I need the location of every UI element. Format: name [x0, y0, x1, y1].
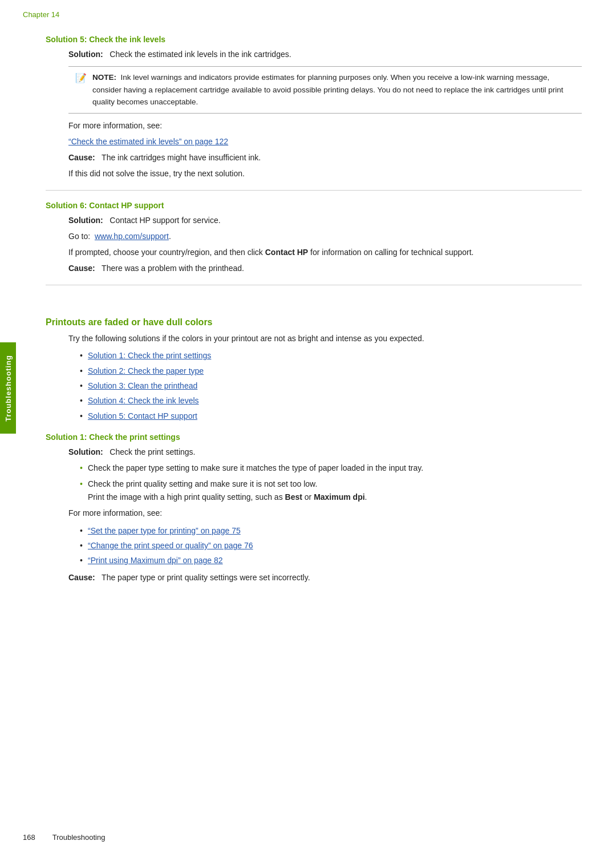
solution1-bullet-list: Check the paper type setting to make sur… [80, 462, 582, 503]
note-label: NOTE: [92, 73, 116, 82]
solution6-prompted: If prompted, choose your country/region,… [68, 246, 582, 258]
printouts-link-list: Solution 1: Check the print settings Sol… [80, 349, 582, 422]
solution6-line: Solution: Contact HP support for service… [68, 215, 582, 227]
or-text: or [305, 492, 311, 502]
list-item: “Set the paper type for printing” on pag… [80, 524, 582, 537]
solution6-label: Solution: [68, 216, 103, 225]
list-item: “Change the print speed or quality” on p… [80, 539, 582, 552]
solution5-faded-link[interactable]: Solution 5: Contact HP support [88, 411, 197, 421]
solution1-faded-text: Check the print settings. [110, 447, 195, 456]
solution5-heading: Solution 5: Check the ink levels [46, 35, 582, 44]
printouts-heading: Printouts are faded or have dull colors [46, 317, 582, 328]
list-item: Solution 5: Contact HP support [80, 410, 582, 422]
for-more-info-5: For more information, see: [68, 119, 582, 132]
solution6-cause: Cause: There was a problem with the prin… [68, 262, 582, 274]
solution6-goto: Go to: www.hp.com/support. [68, 230, 582, 242]
solution6-cause-label: Cause: [68, 264, 95, 273]
solution5-cause-label: Cause: [68, 153, 95, 162]
print-max-dpi-link[interactable]: “Print using Maximum dpi” on page 82 [88, 556, 223, 565]
solution1-faded-cause: Cause: The paper type or print quality s… [68, 572, 582, 584]
for-more-info-1: For more information, see: [68, 507, 582, 519]
list-item: Solution 1: Check the print settings [80, 349, 582, 362]
solution1-cause-text: The paper type or print quality settings… [102, 573, 310, 582]
sidebar: Troubleshooting [0, 342, 16, 434]
list-item: Check the print quality setting and make… [80, 478, 582, 503]
solution5-link[interactable]: “Check the estimated ink levels” on page… [68, 135, 582, 148]
solution5-next: If this did not solve the issue, try the… [68, 167, 582, 180]
list-item: Check the paper type setting to make sur… [80, 462, 582, 474]
footer-page: 168 [23, 833, 35, 842]
list-item: Solution 3: Clean the printhead [80, 379, 582, 392]
note-icon: 📝 [75, 72, 87, 83]
solution6-prompted-text: If prompted, choose your country/region,… [68, 248, 263, 257]
contact-hp-bold: Contact HP [265, 248, 308, 257]
max-dpi-bold: Maximum dpi [314, 492, 364, 502]
list-item: Solution 4: Check the ink levels [80, 394, 582, 407]
solution4-link[interactable]: Solution 4: Check the ink levels [88, 396, 199, 405]
sidebar-label: Troubleshooting [4, 355, 13, 422]
solution6-goto-text: Go to: [68, 232, 90, 241]
info-link-list: “Set the paper type for printing” on pag… [80, 524, 582, 567]
hp-support-link[interactable]: www.hp.com/support [95, 232, 169, 241]
solution5-cause: Cause: The ink cartridges might have ins… [68, 152, 582, 164]
solution3-link[interactable]: Solution 3: Clean the printhead [88, 381, 197, 390]
solution2-link[interactable]: Solution 2: Check the paper type [88, 366, 204, 375]
note-content: NOTE: Ink level warnings and indicators … [92, 71, 575, 108]
solution6-cause-text: There was a problem with the printhead. [102, 264, 244, 273]
divider-2 [46, 285, 582, 285]
list-item: “Print using Maximum dpi” on page 82 [80, 554, 582, 567]
divider-1 [46, 190, 582, 191]
set-paper-type-link[interactable]: “Set the paper type for printing” on pag… [88, 526, 241, 535]
period: . [365, 492, 367, 502]
solution1-faded-line: Solution: Check the print settings. [68, 446, 582, 458]
change-print-speed-link[interactable]: “Change the print speed or quality” on p… [88, 541, 253, 550]
solution5-label: Solution: [68, 50, 103, 59]
footer-section: Troubleshooting [52, 833, 106, 842]
bullet-2-text: Check the print quality setting and make… [88, 479, 317, 488]
note-text: Ink level warnings and indicators provid… [92, 73, 564, 106]
solution1-faded-heading: Solution 1: Check the print settings [46, 432, 582, 442]
solution6-heading: Solution 6: Contact HP support [46, 201, 582, 210]
printouts-intro: Try the following solutions if the color… [68, 332, 582, 345]
solution1-cause-label: Cause: [68, 573, 95, 582]
note-box: 📝 NOTE: Ink level warnings and indicator… [68, 66, 582, 114]
chapter-label: Chapter 14 [0, 0, 616, 19]
solution5-line: Solution: Check the estimated ink levels… [68, 48, 582, 60]
solution6-text: Contact HP support for service. [110, 216, 220, 225]
footer: 168 Troubleshooting [23, 833, 105, 842]
solution5-cause-text: The ink cartridges might have insufficie… [102, 153, 261, 162]
print-image-text: Print the image with a high print qualit… [88, 492, 283, 502]
solution6-prompted-text2: for information on calling for technical… [310, 248, 473, 257]
check-ink-levels-link[interactable]: “Check the estimated ink levels” on page… [68, 137, 228, 146]
solution1-faded-label: Solution: [68, 447, 103, 456]
best-bold: Best [285, 492, 302, 502]
solution1-link[interactable]: Solution 1: Check the print settings [88, 351, 211, 360]
list-item: Solution 2: Check the paper type [80, 365, 582, 377]
solution5-text: Check the estimated ink levels in the in… [110, 50, 291, 59]
bullet-1-text: Check the paper type setting to make sur… [88, 463, 423, 472]
